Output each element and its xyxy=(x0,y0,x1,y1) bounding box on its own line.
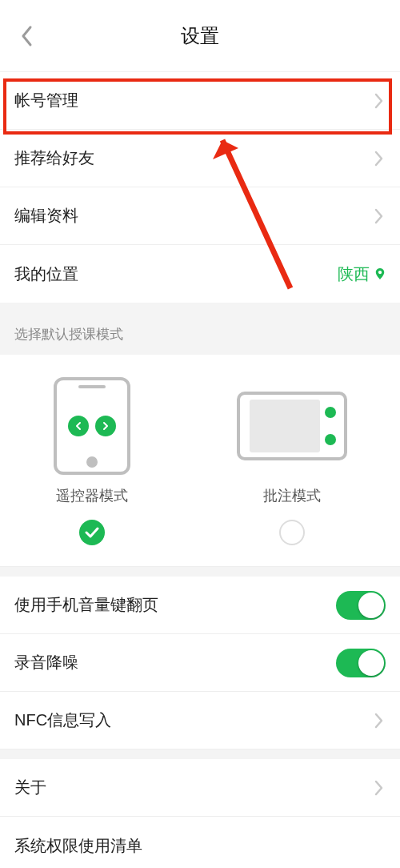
row-label: NFC信息写入 xyxy=(14,709,111,731)
row-label: 系统权限使用清单 xyxy=(14,835,142,857)
mode-annotate[interactable]: 批注模式 xyxy=(237,377,347,545)
row-nfc[interactable]: NFC信息写入 xyxy=(0,692,400,749)
row-about[interactable]: 关于 xyxy=(0,759,400,817)
toggle-volume-page[interactable] xyxy=(336,591,386,620)
row-label: 使用手机音量键翻页 xyxy=(14,594,158,616)
row-my-location[interactable]: 我的位置 陕西 xyxy=(0,245,400,303)
radio-unchecked-icon xyxy=(279,520,305,545)
row-label: 关于 xyxy=(14,777,46,798)
chevron-left-icon xyxy=(20,25,34,47)
row-label: 推荐给好友 xyxy=(14,147,94,169)
radio-checked-icon xyxy=(79,520,105,545)
row-label: 编辑资料 xyxy=(14,205,78,227)
row-permissions[interactable]: 系统权限使用清单 xyxy=(0,817,400,868)
row-noise-reduce: 录音降噪 xyxy=(0,634,400,692)
chevron-right-icon xyxy=(373,207,386,226)
mode-annotate-label: 批注模式 xyxy=(263,486,321,505)
toggle-noise-reduce[interactable] xyxy=(336,649,386,677)
row-account[interactable]: 帐号管理 xyxy=(0,72,400,130)
header: 设置 xyxy=(0,0,400,72)
page-title: 设置 xyxy=(181,23,219,49)
chevron-right-icon xyxy=(373,149,386,168)
row-label: 录音降噪 xyxy=(14,652,78,673)
row-label: 我的位置 xyxy=(14,263,78,285)
chevron-right-icon xyxy=(373,711,386,730)
mode-remote-label: 遥控器模式 xyxy=(56,486,128,505)
section-mode-label: 选择默认授课模式 xyxy=(0,303,400,355)
remote-phone-icon xyxy=(54,377,130,475)
location-pin-icon xyxy=(374,268,386,279)
annotate-tablet-icon xyxy=(237,392,347,460)
row-edit-profile[interactable]: 编辑资料 xyxy=(0,187,400,245)
row-volume-page: 使用手机音量键翻页 xyxy=(0,577,400,634)
back-button[interactable] xyxy=(11,20,43,52)
row-label: 帐号管理 xyxy=(14,90,78,111)
row-recommend[interactable]: 推荐给好友 xyxy=(0,130,400,187)
chevron-right-icon xyxy=(373,778,386,798)
location-value: 陕西 xyxy=(338,263,370,285)
mode-selector: 遥控器模式 批注模式 xyxy=(0,355,400,567)
chevron-right-icon xyxy=(373,91,386,111)
mode-remote[interactable]: 遥控器模式 xyxy=(54,377,130,545)
